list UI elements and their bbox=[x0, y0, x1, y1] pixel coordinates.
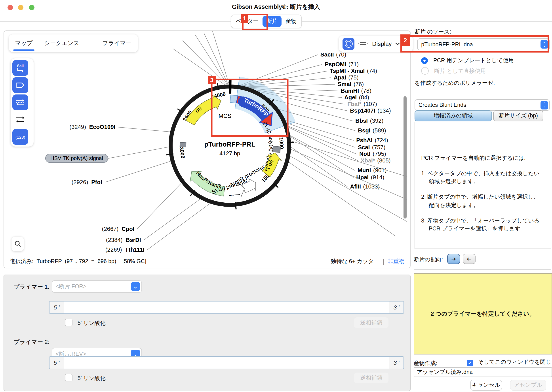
search-icon bbox=[14, 241, 21, 247]
show-primers-button[interactable] bbox=[12, 94, 28, 110]
plasmid-map: 500 1000 1500 2000 2500 3000 3500 4000 bbox=[4, 31, 409, 254]
tab-primers[interactable]: プライマー bbox=[102, 37, 131, 49]
cutters-filter-label[interactable]: 独特な 6+ カッター bbox=[331, 258, 379, 265]
fragment-source-label: 断片 のソース: bbox=[414, 28, 451, 36]
polymerase-label: を作成するためのポリメラーゼ: bbox=[414, 79, 495, 87]
enzyme-label[interactable]: AgeI(84) bbox=[344, 94, 369, 101]
enzyme-cut-icon bbox=[17, 68, 23, 72]
map-status-bar: 選択済み: TurboRFP (97 .. 792 = 696 bp) [58%… bbox=[4, 255, 410, 268]
window-title: Gibson Assembly®: 断片を挿入 bbox=[0, 3, 552, 11]
linear-map-icon[interactable] bbox=[358, 41, 369, 46]
enzyme-label[interactable]: (2384)BsrDI bbox=[106, 237, 141, 243]
enzyme-label[interactable]: MunI(901) bbox=[357, 167, 386, 174]
enzyme-label[interactable]: (3249)EcoO109I bbox=[69, 124, 115, 130]
enzyme-label[interactable]: XbaI*(805) bbox=[361, 157, 391, 164]
primer1-sequence-field: 5 ' 3 ' bbox=[49, 301, 404, 314]
show-orfs-button[interactable] bbox=[12, 112, 28, 128]
checkbox-unchecked-icon bbox=[65, 319, 73, 326]
feature-gray-box-left[interactable] bbox=[180, 143, 186, 147]
three-prime-cap: 3 ' bbox=[389, 301, 404, 313]
primer1-reverse-complement-button[interactable]: 逆相補鎖 bbox=[354, 317, 388, 328]
tab-map[interactable]: マップ bbox=[15, 37, 33, 49]
cancel-button[interactable]: キャンセル bbox=[470, 380, 502, 391]
map-scrollbar[interactable] bbox=[404, 96, 407, 218]
orientation-forward-button[interactable]: ➔ bbox=[447, 254, 460, 264]
radio-pcr-template[interactable]: PCR 用テンプレートとして使用 bbox=[421, 56, 514, 64]
instruction-step: 2. 断片タブの中で、増幅したい領域を選択し、配向を決定します。 bbox=[421, 193, 545, 209]
enzyme-label[interactable]: NotI(795) bbox=[359, 151, 386, 157]
primer2-label: プライマー 2: bbox=[14, 338, 49, 346]
primer1-dropdown[interactable]: <断片.FOR> ⌄ bbox=[52, 280, 142, 293]
stepper-icon: ⌃⌄ bbox=[540, 101, 548, 109]
tab-fragment[interactable]: 断片 bbox=[262, 16, 282, 27]
plasmid-name: pTurboRFP-PRL bbox=[204, 140, 255, 148]
chevron-down-icon: ⌄ bbox=[131, 282, 140, 291]
orientation-reverse-button[interactable]: ➔ bbox=[463, 254, 476, 264]
feature-label-hsv-tk[interactable]: HSV TK poly(A) signal bbox=[50, 155, 103, 161]
radio-on-icon bbox=[421, 57, 428, 64]
instruction-step: 3. 産物タブの中で、「オーバーラップしている PCR プライマーを選択」を押し… bbox=[421, 217, 545, 233]
enzyme-label[interactable]: BamHI(78) bbox=[341, 87, 371, 94]
primer1-sequence-input[interactable] bbox=[64, 301, 389, 313]
arrow-right-icon: ➔ bbox=[451, 256, 456, 262]
divider bbox=[414, 269, 551, 270]
tab-product[interactable]: 産物 bbox=[282, 16, 300, 27]
primer2-phosphorylation-checkbox[interactable]: 5′ リン酸化 bbox=[65, 374, 106, 383]
five-prime-cap: 5 ' bbox=[50, 357, 64, 369]
enzyme-label[interactable]: SmaI(76) bbox=[338, 81, 364, 87]
enzyme-label[interactable]: TspMI - XmaI(74) bbox=[330, 68, 377, 74]
map-view-tabbar: マップ シークエンス プライマー bbox=[9, 35, 138, 52]
primer-pair-icon bbox=[15, 99, 25, 106]
display-menu-button[interactable]: Display bbox=[372, 40, 392, 47]
tab-sequence[interactable]: シークエンス bbox=[44, 37, 79, 49]
enzyme-label[interactable]: HpaI(914) bbox=[356, 174, 384, 181]
circular-map-icon[interactable] bbox=[342, 38, 355, 50]
arrow-left-icon: ➔ bbox=[467, 256, 472, 262]
primer2-sequence-field: 5 ' 3 ' bbox=[49, 356, 404, 369]
chevron-down-icon bbox=[395, 42, 400, 45]
enzyme-label[interactable]: PspOMI(71) bbox=[325, 61, 359, 68]
instructions-panel: PCR プライマーを自動的に選択するには: 1. ベクタータブの中で、挿入または… bbox=[414, 122, 551, 249]
gibson-assembly-dialog: Gibson Assembly®: 断片を挿入 ベクター 断片 産物 1 bbox=[0, 0, 552, 392]
amplified-region-button[interactable]: 増幅済みの領域 bbox=[414, 110, 492, 121]
checkbox-checked-icon: ✓ bbox=[467, 360, 473, 366]
enzyme-label[interactable]: (2926)PfoI bbox=[72, 179, 102, 185]
enzyme-label[interactable]: ApaI(75) bbox=[334, 74, 359, 81]
search-button[interactable] bbox=[12, 237, 24, 251]
plasmid-size: 4127 bp bbox=[219, 150, 240, 157]
orf-arrows-icon bbox=[15, 116, 25, 124]
enzyme-label[interactable]: (2667)CpoI bbox=[102, 226, 134, 232]
polymerase-dropdown[interactable]: Creates Blunt Ends ⌃⌄ bbox=[414, 99, 550, 111]
enzyme-label[interactable]: FbaI*(107) bbox=[347, 101, 377, 107]
show-features-button[interactable] bbox=[12, 77, 28, 93]
primer1-phosphorylation-checkbox[interactable]: 5′ リン酸化 bbox=[65, 319, 106, 328]
feature-label-mcs[interactable]: MCS bbox=[218, 112, 231, 119]
primer2-sequence-input[interactable] bbox=[64, 357, 389, 369]
selection-status: 選択済み: TurboRFP (97 .. 792 = 696 bp) [58%… bbox=[10, 258, 146, 265]
svg-text:3000: 3000 bbox=[179, 146, 186, 159]
enzyme-label[interactable]: ScaI(757) bbox=[358, 144, 385, 151]
product-filename-input[interactable] bbox=[414, 367, 552, 377]
instruction-step: 1. ベクタータブの中で、挿入または交換したい領域を選択します。 bbox=[421, 169, 545, 186]
show-numbers-button[interactable]: (123) bbox=[12, 129, 28, 145]
svg-text:3: 3 bbox=[210, 77, 213, 84]
nonredundant-link[interactable]: 非重複 bbox=[388, 258, 404, 265]
annotation-badge-1: 1 bbox=[241, 14, 248, 23]
feature-arrow-icon bbox=[16, 82, 25, 89]
enzyme-label[interactable]: (2269)Tth111I bbox=[105, 246, 145, 253]
assemble-button[interactable]: アセンブル bbox=[510, 380, 546, 391]
radio-direct-fragment[interactable]: 断片 として直接使用 bbox=[421, 67, 486, 75]
fragment-source-dropdown[interactable]: pTurboRFP-PRL.dna ⌃⌄ bbox=[417, 38, 550, 50]
enzyme-label[interactable]: Bsp1407I(134) bbox=[350, 107, 391, 114]
origin-tick bbox=[230, 80, 231, 94]
show-enzymes-button[interactable]: SalI bbox=[12, 60, 28, 76]
enzyme-label[interactable]: PshAI(724) bbox=[356, 137, 388, 143]
enzyme-labels-left: (3249)EcoO109I (2926)PfoI (2667)CpoI (23… bbox=[69, 124, 145, 253]
primer2-reverse-complement-button[interactable]: 逆相補鎖 bbox=[354, 373, 388, 383]
enzyme-label[interactable]: BbsI(392) bbox=[355, 117, 383, 124]
enzyme-label[interactable]: BsgI(589) bbox=[358, 127, 386, 134]
annotation-badge-2: 2 bbox=[400, 35, 410, 46]
enzyme-labels-right: SacII(70) PspOMI(71) TspMI - XmaI(74) Ap… bbox=[320, 51, 391, 190]
enzyme-label[interactable]: AflII(1033) bbox=[350, 183, 380, 190]
fragment-size-button[interactable]: 断片サイズ (bp) bbox=[493, 110, 543, 121]
